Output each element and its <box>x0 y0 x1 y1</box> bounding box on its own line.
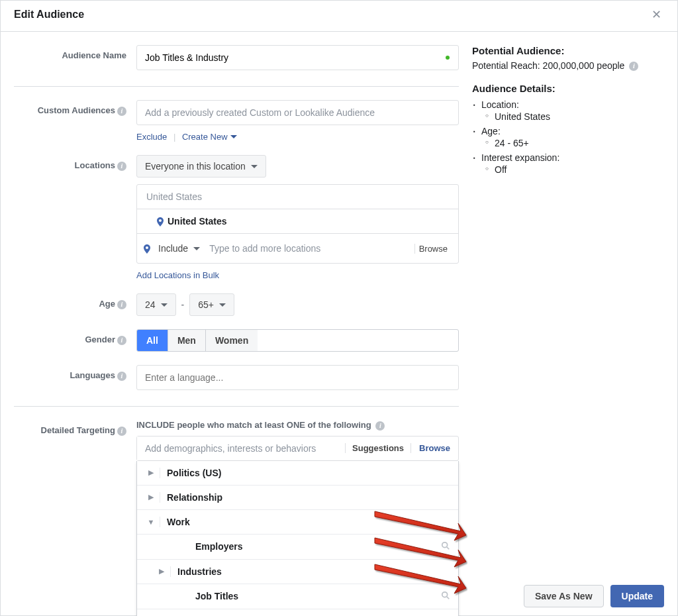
tree-item-work[interactable]: ▼ Work <box>137 510 458 535</box>
chevron-right-icon: ▶ <box>156 567 168 576</box>
potential-reach: Potential Reach: 200,000,000 people i <box>472 60 664 71</box>
tree-item-politics[interactable]: ▶ Politics (US) <box>137 461 458 486</box>
save-as-new-button[interactable]: Save As New <box>524 585 604 607</box>
info-icon[interactable]: i <box>117 162 126 171</box>
label-gender: Genderi <box>14 329 136 345</box>
label-age: Agei <box>14 293 136 309</box>
detail-age: Age: 24 - 65+ <box>481 125 664 151</box>
location-input[interactable] <box>204 238 414 259</box>
chevron-down-icon <box>251 165 258 168</box>
info-icon[interactable]: i <box>117 336 126 345</box>
tree-item-employers[interactable]: Employers <box>137 535 458 560</box>
browse-targeting-button[interactable]: Browse <box>411 443 458 453</box>
gender-men-button[interactable]: Men <box>168 330 206 351</box>
location-scope-select[interactable]: Everyone in this location <box>136 155 266 178</box>
location-header: United States <box>137 185 458 209</box>
search-icon <box>441 541 450 552</box>
tree-item-industries[interactable]: ▶ Industries <box>137 560 458 584</box>
targeting-input[interactable] <box>137 436 345 460</box>
age-max-select[interactable]: 65+ <box>189 293 234 316</box>
info-icon[interactable]: i <box>375 421 385 431</box>
modal-header: Edit Audience ✕ <box>1 1 677 32</box>
potential-audience-title: Potential Audience: <box>472 45 664 56</box>
modal-footer: Save As New Update <box>510 577 677 615</box>
status-dot-icon <box>446 56 450 60</box>
gender-women-button[interactable]: Women <box>206 330 258 351</box>
tree-item-job-titles[interactable]: Job Titles <box>137 584 458 609</box>
age-min-select[interactable]: 24 <box>136 293 176 316</box>
detail-expansion: Interest expansion: Off <box>481 151 664 178</box>
chevron-right-icon: ▶ <box>145 493 157 501</box>
svg-point-2 <box>442 592 448 597</box>
chevron-down-icon <box>161 303 168 307</box>
include-select[interactable]: Include <box>154 240 204 256</box>
modal-title: Edit Audience <box>14 9 84 21</box>
exclude-link[interactable]: Exclude <box>136 132 167 142</box>
suggestions-button[interactable]: Suggestions <box>345 443 411 453</box>
audience-name-input[interactable] <box>136 45 459 70</box>
chevron-down-icon <box>230 135 237 138</box>
pin-icon <box>157 216 168 227</box>
info-icon[interactable]: i <box>117 427 126 436</box>
label-languages: Languagesi <box>14 365 136 381</box>
label-locations: Locationsi <box>14 155 136 171</box>
chevron-down-icon: ▼ <box>145 518 157 526</box>
svg-point-0 <box>442 542 448 548</box>
browse-locations-button[interactable]: Browse <box>414 244 452 254</box>
edit-audience-modal: Edit Audience ✕ Audience Name Custom Aud… <box>0 0 678 616</box>
info-icon[interactable]: i <box>629 62 638 71</box>
detail-location: Location: United States <box>481 98 664 125</box>
info-icon[interactable]: i <box>117 107 126 116</box>
audience-summary: Potential Audience: Potential Reach: 200… <box>472 32 664 578</box>
include-text: INCLUDE people who match at least ONE of… <box>136 420 459 431</box>
search-icon <box>441 591 450 602</box>
info-icon[interactable]: i <box>117 372 126 381</box>
close-icon[interactable]: ✕ <box>649 7 664 22</box>
update-button[interactable]: Update <box>610 585 664 607</box>
tree-item-relationship[interactable]: ▶ Relationship <box>137 486 458 510</box>
tree-item-interests[interactable]: ▶ Interests i <box>137 609 458 616</box>
chevron-down-icon <box>219 303 226 307</box>
language-input[interactable] <box>136 365 459 390</box>
label-detailed-targeting: Detailed Targetingi <box>14 420 136 436</box>
label-custom-audiences: Custom Audiencesi <box>14 100 136 116</box>
audience-details-title: Audience Details: <box>472 83 664 94</box>
chevron-down-icon <box>193 247 200 250</box>
gender-all-button[interactable]: All <box>137 330 168 351</box>
info-icon[interactable]: i <box>117 300 126 309</box>
create-new-link[interactable]: Create New <box>182 132 237 142</box>
targeting-dropdown: ▶ Politics (US) ▶ Relationship ▼ Work <box>136 461 459 616</box>
custom-audience-input[interactable]: Add a previously created Custom or Looka… <box>136 100 459 125</box>
svg-line-1 <box>447 547 450 550</box>
location-item[interactable]: United States <box>137 209 458 233</box>
bulk-locations-link[interactable]: Add Locations in Bulk <box>136 270 219 280</box>
pin-icon <box>144 243 154 254</box>
svg-line-3 <box>447 597 450 599</box>
label-audience-name: Audience Name <box>14 45 136 60</box>
chevron-right-icon: ▶ <box>145 468 157 477</box>
